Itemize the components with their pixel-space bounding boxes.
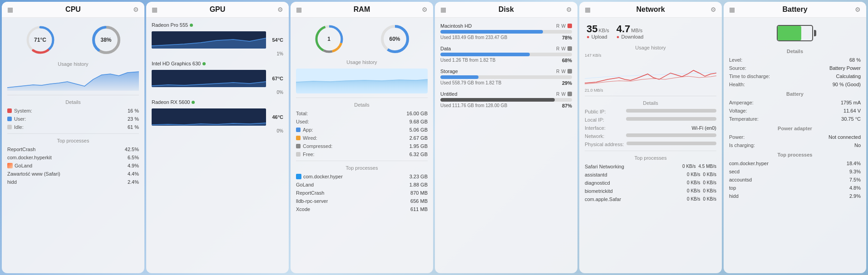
- cpu-top-title: Top processes: [7, 138, 139, 143]
- disk-header: ▦ Disk ⚙: [435, 2, 577, 18]
- gpu-header: ▦ GPU ⚙: [146, 2, 289, 18]
- network-detail-0: Public IP:: [585, 108, 716, 115]
- gpu-content: Radeon Pro 555 54°C 1% Intel HD Graphics…: [146, 18, 289, 273]
- disk-gear-icon[interactable]: ⚙: [563, 6, 572, 13]
- ram-detail-compressed: Compressed: 1.95 GB: [296, 143, 428, 149]
- battery-top-title: Top processes: [729, 152, 861, 157]
- ram-details-title: Details: [296, 102, 428, 108]
- disk-rw-1: R W: [556, 46, 572, 51]
- cpu-proc-1: com.docker.hyperkit 6.5%: [7, 154, 139, 161]
- network-chart-min: 21.0 MB/s: [585, 88, 716, 93]
- gpu-device-1: Intel HD Graphics 630: [152, 60, 283, 67]
- ram-proc-3: lldb-rpc-server 656 MB: [296, 198, 428, 204]
- ram-gear-icon[interactable]: ⚙: [419, 6, 428, 13]
- battery-gear-icon[interactable]: ⚙: [852, 6, 861, 13]
- disk-vol-name-0: Macintosh HD: [440, 23, 472, 29]
- gpu-device-name-2: Radeon RX 5600: [152, 99, 190, 105]
- gpu-device-name-0: Radeon Pro 555: [152, 22, 188, 28]
- network-detail-4: Physical address:: [585, 141, 716, 147]
- ram-detail-total: Total: 16.00 GB: [296, 110, 428, 117]
- network-upload-stat: 35 KB/s ● Upload: [587, 24, 609, 39]
- disk-volume-1: Data R W Used 1.26 TB from 1.82 TB 68%: [440, 44, 572, 65]
- network-history-chart: [585, 60, 716, 85]
- disk-panel-icon: ▦: [440, 6, 449, 13]
- disk-volume-0: Macintosh HD R W Used 183.49 GB from 233…: [440, 21, 572, 42]
- disk-detail-2: Used 558.79 GB from 1.82 TB 29%: [440, 80, 572, 86]
- disk-panel: ▦ Disk ⚙ Macintosh HD R W Used 183.49 GB…: [435, 2, 577, 273]
- disk-detail-3: Used 111.76 GB from 128.00 GB 87%: [440, 103, 572, 108]
- ram-top-title: Top processes: [296, 165, 428, 171]
- gpu-panel-icon: ▦: [152, 6, 161, 13]
- battery-proc-3: top 4.8%: [729, 185, 861, 191]
- disk-rw-0: R W: [556, 24, 572, 29]
- disk-vol-header-1: Data R W: [440, 46, 572, 51]
- network-detail-1: Local IP:: [585, 117, 716, 123]
- disk-rw-2: R W: [556, 69, 572, 74]
- disk-title: Disk: [449, 5, 563, 14]
- gpu-temp-2: 46°C: [269, 114, 283, 120]
- gpu-percent-0: 1%: [152, 51, 283, 56]
- battery-detail-discharge: Time to discharge: Calculating: [729, 73, 861, 79]
- ram-gauge-value: 1: [327, 36, 330, 42]
- network-gear-icon[interactable]: ⚙: [707, 6, 716, 13]
- disk-vol-name-1: Data: [440, 46, 451, 51]
- network-header: ▦ Network ⚙: [579, 2, 722, 18]
- cpu-proc-4: hidd 2.4%: [7, 179, 139, 185]
- cpu-usage-label: 38%: [100, 37, 111, 43]
- cpu-detail-user: User: 23 %: [7, 116, 139, 122]
- battery-voltage: Voltage: 11.64 V: [729, 108, 861, 114]
- cpu-panel-icon: ▦: [7, 6, 16, 13]
- net-bar-0: [626, 109, 716, 113]
- ram-color-gauge: 1: [313, 23, 345, 55]
- battery-battery-title: Battery: [729, 91, 861, 97]
- cpu-history-chart: [7, 70, 139, 91]
- network-download-value: 4.7: [616, 24, 631, 34]
- network-top-title: Top processes: [585, 155, 716, 161]
- network-divider2: [585, 151, 716, 151]
- net-proc-1: assistantd 0 KB/s 0 KB/s: [585, 172, 716, 178]
- battery-temperature: Temperature: 30.75 °C: [729, 116, 861, 122]
- disk-bar-2: [440, 75, 572, 79]
- gpu-device-name-1: Intel HD Graphics 630: [152, 61, 201, 66]
- battery-detail-health: Health: 90 % (Good): [729, 81, 861, 88]
- disk-vol-header-0: Macintosh HD R W: [440, 23, 572, 29]
- network-stats: 35 KB/s ● Upload 4.7 MB/s ● Download: [585, 21, 716, 42]
- ram-proc-2: ReportCrash 870 MB: [296, 190, 428, 196]
- disk-bar-1: [440, 53, 572, 56]
- network-title: Network: [594, 5, 707, 14]
- cpu-usage-gauge: 38%: [90, 24, 122, 56]
- battery-body: [777, 25, 813, 41]
- gpu-status-dot-1: [202, 62, 206, 65]
- cpu-gear-icon[interactable]: ⚙: [130, 6, 139, 13]
- gpu-status-dot-2: [192, 101, 195, 104]
- network-panel-icon: ▦: [585, 6, 594, 13]
- gpu-percent-1: 0%: [152, 90, 283, 95]
- gpu-gear-icon[interactable]: ⚙: [274, 6, 283, 13]
- ram-proc-1: GoLand 1.88 GB: [296, 182, 428, 188]
- ram-panel: ▦ RAM ⚙ 1 60%: [291, 2, 433, 273]
- cpu-panel: ▦ CPU ⚙ 71°C 38% Usage his: [2, 2, 144, 273]
- battery-proc-4: hidd 2.9%: [729, 193, 861, 199]
- network-detail-3: Network:: [585, 133, 716, 139]
- ram-history-title: Usage history: [296, 59, 428, 65]
- ram-usage-gauge: 60%: [379, 23, 411, 55]
- network-chart-max: 147 KB/s: [585, 53, 716, 58]
- gpu-chart-1: [152, 70, 266, 87]
- net-proc-4: com.apple.Safar 0 KB/s 0 KB/s: [585, 196, 716, 202]
- cpu-divider2: [7, 133, 139, 134]
- cpu-title: CPU: [16, 5, 130, 14]
- battery-details-title: Details: [729, 49, 861, 54]
- cpu-detail-idle: Idle: 61 %: [7, 124, 139, 130]
- gpu-temp-1: 67°C: [269, 76, 283, 81]
- battery-proc-2: accountsd 7.5%: [729, 177, 861, 183]
- disk-volume-2: Storage R W Used 558.79 GB from 1.82 TB …: [440, 67, 572, 88]
- battery-detail-source: Source: Battery Power: [729, 65, 861, 71]
- network-upload-value: 35: [587, 24, 597, 34]
- battery-panel: ▦ Battery ⚙ Details Level: 68 % Source: …: [724, 2, 866, 273]
- cpu-detail-system: System: 16 %: [7, 108, 139, 114]
- gpu-temp-0: 54°C: [269, 37, 283, 43]
- gpu-title: GPU: [161, 5, 274, 14]
- cpu-history-title: Usage history: [7, 61, 139, 67]
- battery-icon-container: [777, 25, 813, 41]
- network-upload-unit: KB/s: [598, 28, 609, 33]
